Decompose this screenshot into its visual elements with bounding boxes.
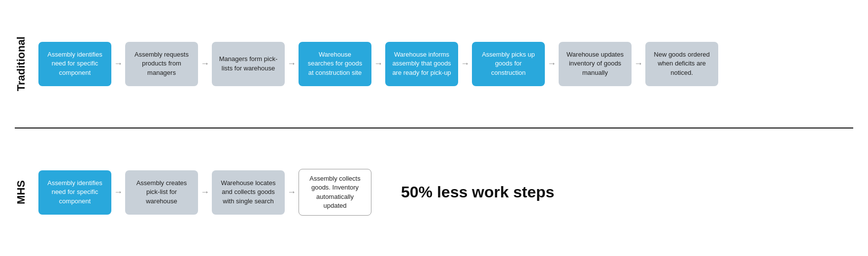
mhs-flow: Assembly identifies need for specific co… (38, 169, 371, 216)
mhs-step-3: Warehouse locates and collects goods wit… (212, 170, 285, 215)
arrow-7: → (632, 59, 645, 69)
mhs-arrow-2: → (198, 187, 212, 197)
mhs-highlight: 50% less work steps (401, 183, 554, 201)
arrow-1: → (111, 59, 125, 69)
arrow-3: → (285, 59, 299, 69)
mhs-step-2: Assembly creates pick-list for warehouse (125, 170, 198, 215)
trad-step-3: Managers form pick-lists for warehouse (212, 42, 285, 86)
trad-step-6: Assembly picks up goods for construction (472, 42, 545, 86)
arrow-2: → (198, 59, 212, 69)
trad-step-1: Assembly identifies need for specific co… (38, 42, 111, 86)
mhs-label: MHS (15, 180, 30, 204)
mhs-arrow-3: → (285, 187, 299, 197)
mhs-step-4: Assembly collects goods. Inventory autom… (299, 169, 371, 216)
mhs-section: MHS Assembly identifies need for specifi… (0, 128, 868, 256)
trad-step-5: Warehouse informs assembly that goods ar… (385, 42, 458, 86)
trad-step-4: Warehouse searches for goods at construc… (299, 42, 371, 86)
traditional-label: Traditional (15, 36, 30, 91)
traditional-flow: Assembly identifies need for specific co… (38, 42, 718, 86)
mhs-arrow-1: → (111, 187, 125, 197)
trad-step-7: Warehouse updates inventory of goods man… (559, 42, 632, 86)
mhs-step-1: Assembly identifies need for specific co… (38, 170, 111, 215)
trad-step-8: New goods ordered when deficits are noti… (645, 42, 718, 86)
traditional-section: Traditional Assembly identifies need for… (0, 0, 868, 128)
arrow-4: → (371, 59, 385, 69)
arrow-5: → (458, 59, 472, 69)
arrow-6: → (545, 59, 559, 69)
trad-step-2: Assembly requests products from managers (125, 42, 198, 86)
